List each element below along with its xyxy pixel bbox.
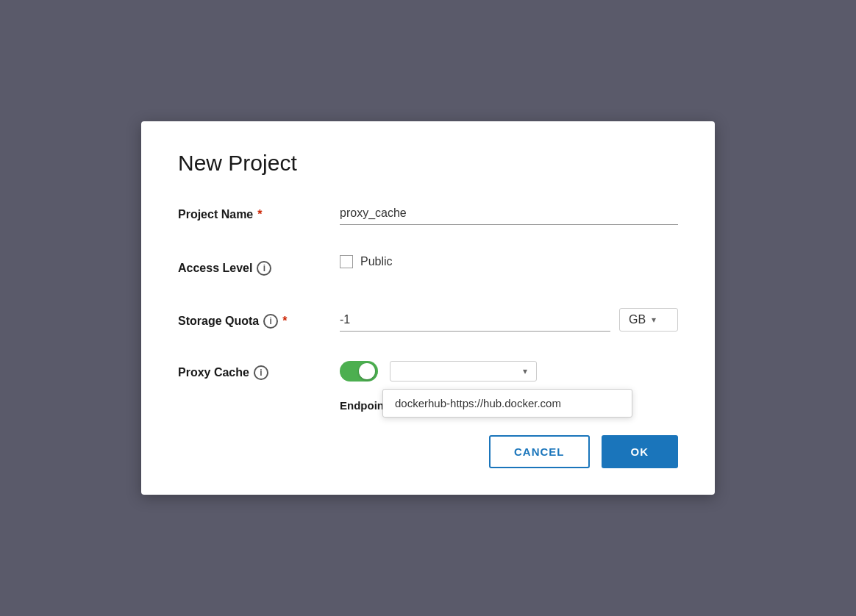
proxy-cache-registry-chevron-icon: ▾ — [523, 366, 527, 376]
access-level-control: Public — [340, 255, 678, 268]
proxy-cache-info-icon[interactable]: i — [254, 365, 268, 380]
storage-quota-input[interactable] — [340, 309, 610, 332]
proxy-cache-toggle-slider — [340, 361, 378, 382]
access-level-info-icon[interactable]: i — [257, 261, 271, 276]
access-level-checkbox-wrapper: Public — [340, 255, 393, 268]
dialog-title: New Project — [178, 151, 678, 176]
cancel-button[interactable]: CANCEL — [489, 435, 590, 468]
proxy-cache-registry-select[interactable]: ▾ — [390, 361, 537, 382]
access-level-label: Access Level i — [178, 255, 340, 276]
access-level-row: Access Level i Public — [178, 255, 678, 287]
storage-quota-info-icon[interactable]: i — [263, 314, 278, 329]
project-name-row: Project Name * — [178, 202, 678, 234]
project-name-required: * — [257, 208, 262, 221]
storage-unit-value: GB — [629, 313, 646, 326]
ok-button[interactable]: OK — [602, 435, 679, 468]
storage-unit-chevron-icon: ▾ — [652, 315, 656, 325]
project-name-input[interactable] — [340, 202, 678, 225]
proxy-cache-dropdown-options: dockerhub-https://hub.docker.com — [382, 389, 632, 418]
proxy-cache-dropdown-option[interactable]: dockerhub-https://hub.docker.com — [383, 390, 632, 417]
storage-quota-label: Storage Quota i * — [178, 308, 340, 329]
storage-quota-label-group: Storage Quota i * — [178, 314, 287, 329]
proxy-cache-control: ▾ dockerhub-https://hub.docker.com Endpo… — [340, 361, 678, 412]
proxy-cache-label: Proxy Cache i — [178, 361, 340, 380]
storage-unit-select[interactable]: GB ▾ — [619, 308, 678, 332]
dialog-footer: CANCEL OK — [178, 435, 678, 468]
storage-quota-row: Storage Quota i * GB ▾ — [178, 308, 678, 340]
access-level-checkbox-label: Public — [360, 255, 393, 268]
storage-quota-control: GB ▾ — [340, 308, 678, 332]
proxy-cache-row: Proxy Cache i — [178, 361, 678, 412]
dialog-overlay: New Project Project Name * Access Level … — [0, 0, 856, 616]
project-name-label: Project Name * — [178, 202, 340, 221]
proxy-cache-toggle[interactable] — [340, 361, 378, 382]
access-level-checkbox[interactable] — [340, 255, 353, 268]
proxy-cache-dropdown-wrapper: ▾ dockerhub-https://hub.docker.com — [390, 361, 537, 382]
endpoint-label: Endpoint — [340, 399, 388, 412]
new-project-dialog: New Project Project Name * Access Level … — [141, 121, 715, 495]
storage-quota-inputs: GB ▾ — [340, 308, 678, 332]
proxy-cache-top: ▾ dockerhub-https://hub.docker.com — [340, 361, 537, 382]
project-name-control — [340, 202, 678, 225]
storage-quota-required: * — [282, 315, 287, 328]
proxy-cache-inputs: ▾ dockerhub-https://hub.docker.com Endpo… — [340, 361, 678, 412]
